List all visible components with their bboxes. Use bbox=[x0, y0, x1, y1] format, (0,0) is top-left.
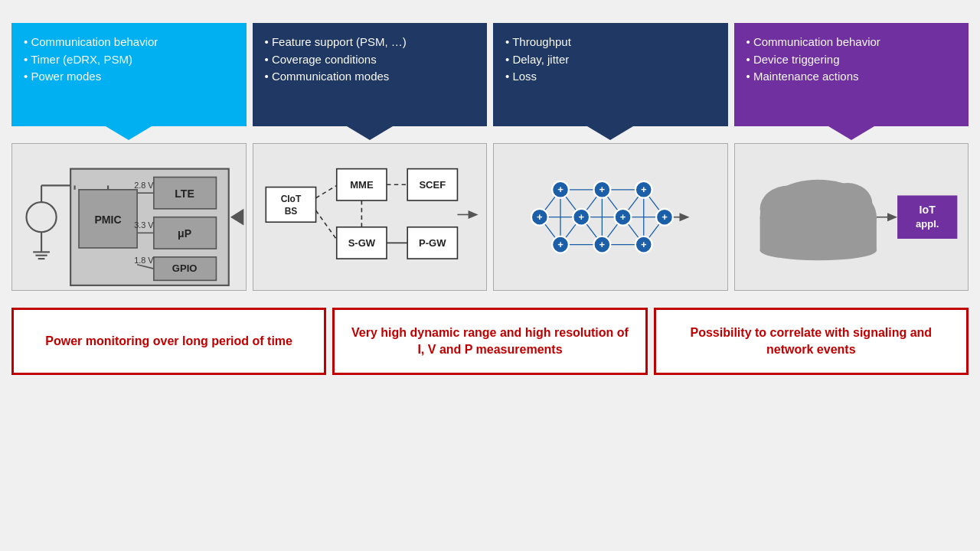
bottom-row: Power monitoring over long period of tim… bbox=[8, 291, 972, 383]
svg-line-36 bbox=[315, 186, 336, 198]
svg-text:+: + bbox=[599, 239, 606, 250]
svg-text:P-GW: P-GW bbox=[419, 237, 446, 249]
svg-text:+: + bbox=[662, 211, 668, 223]
network-diagram-box: CIoT BS MME SCEF S-GW P-GW bbox=[253, 143, 488, 291]
header-box-3: Throughput Delay, jitter Loss bbox=[493, 23, 728, 126]
header-item-4-3: Maintenance actions bbox=[746, 68, 957, 86]
svg-text:PMIC: PMIC bbox=[94, 214, 121, 227]
svg-text:S-GW: S-GW bbox=[348, 237, 375, 249]
bottom-box-3: Possibility to correlate with signaling … bbox=[654, 308, 969, 375]
top-row: Communication behavior Timer (eDRX, PSM)… bbox=[8, 15, 972, 126]
header-item-4-2: Device triggering bbox=[746, 51, 957, 69]
header-item-1-1: Communication behavior bbox=[24, 34, 234, 51]
bottom-text-3: Possibility to correlate with signaling … bbox=[670, 324, 952, 359]
svg-text:MME: MME bbox=[350, 179, 374, 191]
bottom-text-2: Very high dynamic range and high resolut… bbox=[348, 324, 631, 359]
header-item-2-1: Feature support (PSM, …) bbox=[265, 34, 475, 51]
svg-rect-96 bbox=[897, 196, 957, 240]
svg-text:CIoT: CIoT bbox=[280, 194, 301, 204]
header-item-1-2: Timer (eDRX, PSM) bbox=[24, 51, 234, 69]
svg-text:appl.: appl. bbox=[916, 218, 939, 230]
header-item-3-3: Loss bbox=[505, 68, 716, 86]
svg-point-91 bbox=[812, 187, 849, 217]
svg-line-37 bbox=[315, 210, 336, 240]
svg-point-93 bbox=[760, 240, 876, 260]
svg-text:μP: μP bbox=[178, 227, 191, 240]
main-container: Communication behavior Timer (eDRX, PSM)… bbox=[8, 15, 972, 536]
header-list-4: Communication behavior Device triggering… bbox=[746, 34, 957, 86]
svg-text:LTE: LTE bbox=[175, 187, 194, 200]
header-list-1: Communication behavior Timer (eDRX, PSM)… bbox=[24, 34, 234, 86]
header-box-4: Communication behavior Device triggering… bbox=[734, 23, 969, 126]
middle-row: PMIC LTE μP GPIO 2.8 V 3.3 V 1.8 V bbox=[8, 126, 972, 291]
svg-marker-95 bbox=[887, 214, 897, 222]
mesh-network-svg: + + + + + + + + + + bbox=[494, 144, 727, 289]
bottom-box-2: Very high dynamic range and high resolut… bbox=[332, 308, 647, 375]
header-list-3: Throughput Delay, jitter Loss bbox=[505, 34, 716, 86]
svg-text:3.3 V: 3.3 V bbox=[134, 220, 154, 230]
cloud-iot-box: IoT appl. bbox=[734, 143, 969, 291]
svg-text:+: + bbox=[537, 211, 543, 223]
header-item-3-1: Throughput bbox=[505, 34, 716, 51]
svg-text:GPIO: GPIO bbox=[172, 263, 198, 275]
device-diagram-svg: PMIC LTE μP GPIO 2.8 V 3.3 V 1.8 V bbox=[12, 144, 246, 289]
svg-point-90 bbox=[780, 191, 814, 221]
svg-text:+: + bbox=[578, 211, 584, 223]
svg-marker-42 bbox=[468, 210, 478, 219]
cloud-iot-svg: IoT appl. bbox=[735, 144, 969, 289]
header-item-3-2: Delay, jitter bbox=[505, 51, 716, 69]
svg-text:+: + bbox=[641, 184, 647, 196]
header-item-2-3: Communication modes bbox=[265, 68, 475, 86]
network-diagram-svg: CIoT BS MME SCEF S-GW P-GW bbox=[253, 144, 487, 289]
svg-text:+: + bbox=[557, 239, 564, 250]
svg-text:SCEF: SCEF bbox=[419, 179, 446, 191]
svg-text:BS: BS bbox=[284, 207, 297, 217]
bottom-box-1: Power monitoring over long period of tim… bbox=[11, 308, 326, 375]
svg-marker-24 bbox=[230, 209, 243, 226]
device-diagram-box: PMIC LTE μP GPIO 2.8 V 3.3 V 1.8 V bbox=[11, 143, 247, 291]
svg-text:IoT: IoT bbox=[919, 204, 936, 217]
svg-marker-66 bbox=[680, 214, 690, 222]
svg-point-0 bbox=[26, 202, 56, 232]
header-box-1: Communication behavior Timer (eDRX, PSM)… bbox=[11, 23, 247, 126]
svg-text:+: + bbox=[599, 184, 606, 196]
header-item-2-2: Coverage conditions bbox=[265, 51, 475, 69]
svg-text:+: + bbox=[557, 184, 564, 196]
mesh-network-box: + + + + + + + + + + bbox=[493, 143, 728, 291]
header-box-2: Feature support (PSM, …) Coverage condit… bbox=[253, 23, 488, 126]
header-item-4-1: Communication behavior bbox=[746, 34, 957, 51]
svg-text:1.8 V: 1.8 V bbox=[134, 256, 154, 265]
svg-text:+: + bbox=[620, 211, 626, 223]
header-item-1-3: Power modes bbox=[24, 68, 234, 86]
svg-text:2.8 V: 2.8 V bbox=[134, 181, 154, 190]
header-list-2: Feature support (PSM, …) Coverage condit… bbox=[265, 34, 475, 86]
bottom-text-1: Power monitoring over long period of tim… bbox=[45, 333, 292, 350]
svg-text:+: + bbox=[641, 239, 647, 250]
